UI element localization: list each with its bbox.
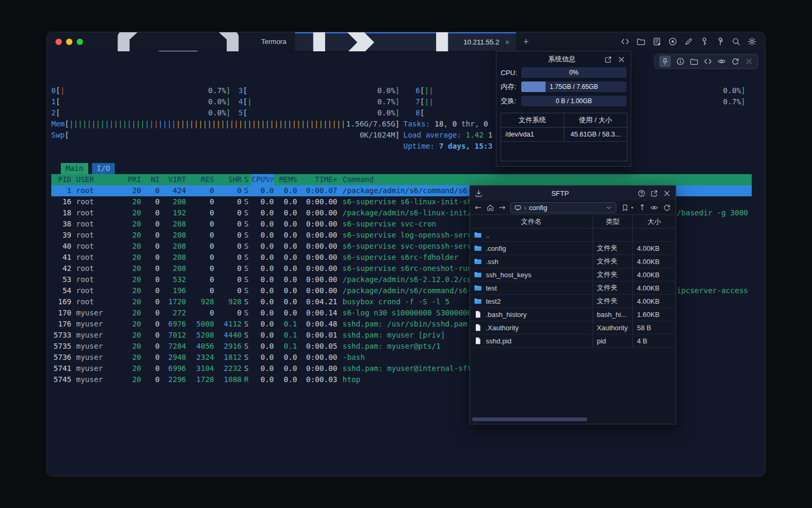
zoom-window-button[interactable] bbox=[77, 39, 83, 45]
column-header-shr[interactable]: SHR bbox=[214, 174, 242, 185]
fnlabel-f4[interactable]: Filter bbox=[166, 476, 192, 476]
file-type bbox=[593, 229, 633, 241]
show-hidden-eye-icon[interactable] bbox=[650, 204, 658, 212]
fnlabel-f2[interactable]: Setup bbox=[96, 476, 122, 476]
file-name: sshd.pid bbox=[486, 337, 511, 345]
bookmark-button[interactable]: ▼ bbox=[621, 204, 634, 212]
sftp-file-row[interactable]: .bash_historybash_hi...1.60KB bbox=[470, 308, 676, 321]
column-header-res[interactable]: RES bbox=[186, 174, 214, 185]
tab-session[interactable]: 10.211.55.2 × bbox=[295, 32, 516, 51]
info-icon[interactable] bbox=[676, 57, 685, 66]
path-breadcrumb[interactable]: › config bbox=[510, 202, 616, 213]
fnkey-f2[interactable]: F2 bbox=[87, 476, 96, 476]
home-icon[interactable] bbox=[486, 204, 494, 212]
code-icon[interactable] bbox=[621, 37, 630, 46]
fnlabel-f5[interactable]: Tree bbox=[201, 476, 228, 476]
process-table-header: PIDUSERPRINIVIRTRESSHRSCPU%▽MEM%TIME+Com… bbox=[51, 174, 752, 185]
sftp-file-row[interactable]: sshd.pidpid4 B bbox=[470, 334, 676, 348]
folder bbox=[474, 270, 482, 279]
fnlabel-f1[interactable]: Help bbox=[60, 476, 87, 476]
file-type: 文件夹 bbox=[593, 295, 633, 307]
file-type: pid bbox=[593, 334, 633, 347]
sftp-file-row[interactable]: .. bbox=[470, 229, 676, 242]
sftp-file-row[interactable]: ssh_host_keys文件夹4.00KB bbox=[470, 268, 676, 282]
column-header-mem[interactable]: MEM% bbox=[274, 174, 297, 185]
parent-directory-icon[interactable]: ↑ bbox=[639, 203, 645, 212]
tab-termora[interactable]: Termora bbox=[90, 32, 295, 51]
horizontal-scrollbar[interactable] bbox=[472, 418, 587, 421]
fnkey-f6[interactable]: F6 bbox=[228, 476, 237, 476]
fnlabel-f9[interactable]: Kill bbox=[343, 476, 370, 476]
close-tab-icon[interactable]: × bbox=[505, 38, 509, 47]
refresh-icon[interactable] bbox=[663, 204, 671, 212]
fnlabel-f7[interactable]: Nice - bbox=[272, 476, 299, 476]
fnkey-f10[interactable]: F10 bbox=[370, 476, 383, 476]
column-header-command[interactable]: Command bbox=[337, 174, 752, 185]
htop-tab-main[interactable]: Main bbox=[61, 163, 88, 174]
close-icon[interactable] bbox=[745, 57, 753, 66]
column-header-pri[interactable]: PRI bbox=[116, 174, 141, 185]
column-header-cpu[interactable]: CPU%▽ bbox=[251, 174, 274, 185]
new-tab-button[interactable]: + bbox=[516, 32, 537, 51]
file-name: .config bbox=[486, 244, 506, 252]
terminal-float-toolbar bbox=[654, 54, 758, 69]
fnkey-f7[interactable]: F7 bbox=[263, 476, 272, 476]
htop-tab-io[interactable]: I/O bbox=[92, 163, 115, 174]
close-window-button[interactable] bbox=[56, 39, 62, 45]
log-icon[interactable] bbox=[652, 37, 661, 46]
open-in-window-icon[interactable] bbox=[604, 56, 612, 64]
fnlabel-f8[interactable]: Nice + bbox=[308, 476, 334, 476]
sftp-col-1[interactable]: 类型 bbox=[593, 215, 633, 228]
file-name: test2 bbox=[486, 297, 501, 305]
column-header-user[interactable]: USER bbox=[71, 174, 116, 185]
open-in-window-icon[interactable] bbox=[650, 189, 658, 197]
column-header-ni[interactable]: NI bbox=[141, 174, 160, 185]
nvidia-icon[interactable] bbox=[717, 57, 726, 66]
sftp-file-row[interactable]: test文件夹4.00KB bbox=[470, 282, 676, 295]
download-icon[interactable] bbox=[475, 189, 483, 197]
close-icon[interactable] bbox=[663, 189, 671, 197]
code-icon[interactable] bbox=[704, 57, 712, 66]
help-icon[interactable] bbox=[638, 189, 645, 197]
edit-icon[interactable] bbox=[684, 37, 693, 46]
column-header-pid[interactable]: PID bbox=[51, 174, 71, 185]
fnlabel-f10[interactable]: Quit bbox=[383, 476, 409, 476]
fnkey-f8[interactable]: F8 bbox=[299, 476, 308, 476]
keychain-icon[interactable] bbox=[716, 37, 725, 46]
file-size: 4.00KB bbox=[633, 268, 676, 281]
sftp-file-row[interactable]: .config文件夹4.00KB bbox=[470, 242, 676, 255]
close-icon[interactable] bbox=[617, 56, 625, 64]
column-header-virt[interactable]: VIRT bbox=[160, 174, 186, 185]
fnkey-f1[interactable]: F1 bbox=[51, 476, 60, 476]
sftp-file-row[interactable]: .XauthorityXauthority58 B bbox=[470, 321, 676, 334]
minimize-window-button[interactable] bbox=[66, 39, 72, 45]
column-header-time[interactable]: TIME+ bbox=[297, 174, 337, 185]
cpu-meter-2: 2[0.0%] bbox=[51, 107, 230, 119]
cpu-meter-4: 4[|0.7%] bbox=[238, 96, 400, 107]
sync-icon[interactable] bbox=[731, 57, 740, 66]
fnkey-f4[interactable]: F4 bbox=[158, 476, 167, 476]
record-icon[interactable] bbox=[668, 37, 677, 46]
forward-icon[interactable]: → bbox=[499, 203, 506, 212]
key-icon[interactable] bbox=[700, 37, 709, 46]
fnkey-f9[interactable]: F9 bbox=[334, 476, 343, 476]
fnkey-f3[interactable]: F3 bbox=[122, 476, 131, 476]
metric-label: CPU: bbox=[501, 69, 521, 77]
file-name: ssh_host_keys bbox=[486, 271, 531, 279]
fnlabel-f6[interactable]: SortBy bbox=[237, 476, 263, 476]
settings-icon[interactable] bbox=[748, 37, 756, 46]
sftp-file-row[interactable]: .ssh文件夹4.00KB bbox=[470, 255, 676, 268]
column-header-s[interactable]: S bbox=[242, 174, 251, 185]
sftp-col-0[interactable]: 文件名 bbox=[470, 215, 593, 228]
folder-icon[interactable] bbox=[636, 37, 645, 46]
folder bbox=[474, 231, 482, 239]
pin-icon[interactable] bbox=[659, 56, 671, 67]
chevron-down-icon[interactable] bbox=[605, 204, 612, 211]
back-icon[interactable]: ← bbox=[475, 203, 482, 212]
sftp-file-row[interactable]: test2文件夹4.00KB bbox=[470, 295, 676, 308]
folder-icon[interactable] bbox=[690, 57, 698, 66]
fnlabel-f3[interactable]: Search bbox=[131, 476, 158, 476]
sftp-col-2[interactable]: 大小 bbox=[633, 215, 676, 228]
search-icon[interactable] bbox=[732, 37, 741, 46]
fnkey-f5[interactable]: F5 bbox=[192, 476, 201, 476]
